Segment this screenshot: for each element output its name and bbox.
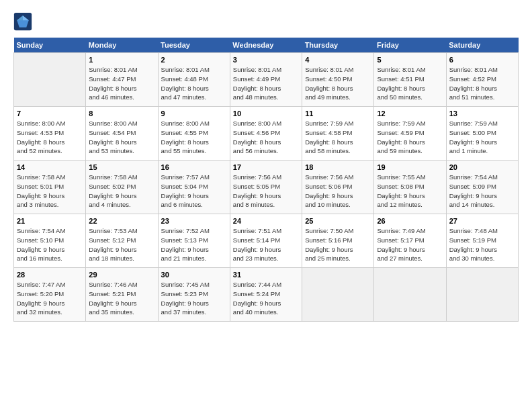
day-number: 20 (449, 163, 515, 171)
day-number: 5 (377, 56, 443, 64)
day-info: Sunrise: 7:59 AMSunset: 5:00 PMDaylight:… (449, 119, 515, 156)
header (13, 12, 519, 31)
calendar-cell: 1Sunrise: 8:01 AMSunset: 4:47 PMDaylight… (86, 53, 158, 107)
day-info: Sunrise: 7:48 AMSunset: 5:19 PMDaylight:… (449, 226, 515, 263)
calendar-cell: 2Sunrise: 8:01 AMSunset: 4:48 PMDaylight… (158, 53, 230, 107)
calendar-cell: 24Sunrise: 7:51 AMSunset: 5:14 PMDayligh… (230, 214, 302, 268)
calendar-cell (302, 268, 374, 322)
day-info: Sunrise: 8:01 AMSunset: 4:48 PMDaylight:… (161, 65, 227, 102)
day-number: 4 (305, 56, 371, 64)
day-number: 2 (161, 56, 227, 64)
day-info: Sunrise: 7:58 AMSunset: 5:01 PMDaylight:… (17, 173, 83, 210)
day-number: 21 (17, 217, 83, 225)
day-info: Sunrise: 7:44 AMSunset: 5:24 PMDaylight:… (233, 280, 299, 317)
day-number: 10 (233, 109, 299, 118)
day-info: Sunrise: 7:46 AMSunset: 5:21 PMDaylight:… (89, 280, 154, 317)
calendar-cell: 30Sunrise: 7:45 AMSunset: 5:23 PMDayligh… (158, 268, 230, 322)
calendar-week-row: 21Sunrise: 7:54 AMSunset: 5:10 PMDayligh… (14, 214, 519, 268)
day-info: Sunrise: 7:59 AMSunset: 4:58 PMDaylight:… (305, 119, 371, 156)
calendar-cell: 21Sunrise: 7:54 AMSunset: 5:10 PMDayligh… (14, 214, 86, 268)
calendar-cell: 5Sunrise: 8:01 AMSunset: 4:51 PMDaylight… (374, 53, 446, 107)
day-info: Sunrise: 8:01 AMSunset: 4:51 PMDaylight:… (377, 65, 443, 102)
calendar-week-row: 28Sunrise: 7:47 AMSunset: 5:20 PMDayligh… (14, 268, 519, 322)
day-info: Sunrise: 8:01 AMSunset: 4:49 PMDaylight:… (233, 65, 299, 102)
calendar-cell: 31Sunrise: 7:44 AMSunset: 5:24 PMDayligh… (230, 268, 302, 322)
header-day: Tuesday (158, 38, 230, 53)
day-info: Sunrise: 7:56 AMSunset: 5:05 PMDaylight:… (233, 173, 299, 210)
day-number: 16 (161, 163, 227, 171)
calendar-body: 1Sunrise: 8:01 AMSunset: 4:47 PMDaylight… (14, 53, 519, 322)
day-number: 30 (161, 271, 227, 279)
day-number: 3 (233, 56, 299, 64)
calendar-header: SundayMondayTuesdayWednesdayThursdayFrid… (14, 38, 519, 53)
calendar-cell: 10Sunrise: 8:00 AMSunset: 4:56 PMDayligh… (230, 107, 302, 161)
day-number: 14 (17, 163, 83, 171)
calendar-cell: 6Sunrise: 8:01 AMSunset: 4:52 PMDaylight… (446, 53, 518, 107)
header-day: Wednesday (230, 38, 302, 53)
calendar-cell: 3Sunrise: 8:01 AMSunset: 4:49 PMDaylight… (230, 53, 302, 107)
day-number: 24 (233, 217, 299, 225)
calendar-cell: 8Sunrise: 8:00 AMSunset: 4:54 PMDaylight… (86, 107, 158, 161)
day-info: Sunrise: 7:55 AMSunset: 5:08 PMDaylight:… (377, 173, 443, 210)
day-info: Sunrise: 8:00 AMSunset: 4:53 PMDaylight:… (17, 119, 83, 156)
day-number: 15 (89, 163, 154, 171)
calendar-cell: 13Sunrise: 7:59 AMSunset: 5:00 PMDayligh… (446, 107, 518, 161)
calendar-cell: 29Sunrise: 7:46 AMSunset: 5:21 PMDayligh… (86, 268, 158, 322)
calendar-cell: 17Sunrise: 7:56 AMSunset: 5:05 PMDayligh… (230, 161, 302, 214)
day-info: Sunrise: 8:01 AMSunset: 4:50 PMDaylight:… (305, 65, 371, 102)
day-info: Sunrise: 7:58 AMSunset: 5:02 PMDaylight:… (89, 173, 154, 210)
calendar-cell: 9Sunrise: 8:00 AMSunset: 4:55 PMDaylight… (158, 107, 230, 161)
day-number: 6 (449, 56, 515, 64)
header-day: Sunday (14, 38, 86, 53)
day-number: 7 (17, 109, 83, 118)
calendar-cell: 14Sunrise: 7:58 AMSunset: 5:01 PMDayligh… (14, 161, 86, 214)
day-info: Sunrise: 7:51 AMSunset: 5:14 PMDaylight:… (233, 226, 299, 263)
day-number: 23 (161, 217, 227, 225)
day-info: Sunrise: 7:50 AMSunset: 5:16 PMDaylight:… (305, 226, 371, 263)
day-info: Sunrise: 7:45 AMSunset: 5:23 PMDaylight:… (161, 280, 227, 317)
day-number: 1 (89, 56, 154, 64)
day-info: Sunrise: 8:00 AMSunset: 4:55 PMDaylight:… (161, 119, 227, 156)
day-info: Sunrise: 7:49 AMSunset: 5:17 PMDaylight:… (377, 226, 443, 263)
page: SundayMondayTuesdayWednesdayThursdayFrid… (0, 0, 532, 411)
calendar-cell: 12Sunrise: 7:59 AMSunset: 4:59 PMDayligh… (374, 107, 446, 161)
day-info: Sunrise: 7:54 AMSunset: 5:10 PMDaylight:… (17, 226, 83, 263)
day-number: 31 (233, 271, 299, 279)
day-number: 17 (233, 163, 299, 171)
calendar-cell: 23Sunrise: 7:52 AMSunset: 5:13 PMDayligh… (158, 214, 230, 268)
calendar-table: SundayMondayTuesdayWednesdayThursdayFrid… (13, 38, 519, 322)
header-row: SundayMondayTuesdayWednesdayThursdayFrid… (14, 38, 519, 53)
day-info: Sunrise: 7:56 AMSunset: 5:06 PMDaylight:… (305, 173, 371, 210)
day-number: 11 (305, 109, 371, 118)
logo (13, 12, 35, 31)
day-info: Sunrise: 7:53 AMSunset: 5:12 PMDaylight:… (89, 226, 154, 263)
header-day: Thursday (302, 38, 374, 53)
day-info: Sunrise: 8:01 AMSunset: 4:52 PMDaylight:… (449, 65, 515, 102)
day-number: 13 (449, 109, 515, 118)
calendar-cell: 26Sunrise: 7:49 AMSunset: 5:17 PMDayligh… (374, 214, 446, 268)
day-number: 12 (377, 109, 443, 118)
calendar-week-row: 1Sunrise: 8:01 AMSunset: 4:47 PMDaylight… (14, 53, 519, 107)
calendar-cell: 11Sunrise: 7:59 AMSunset: 4:58 PMDayligh… (302, 107, 374, 161)
day-number: 25 (305, 217, 371, 225)
calendar-cell (374, 268, 446, 322)
calendar-cell: 15Sunrise: 7:58 AMSunset: 5:02 PMDayligh… (86, 161, 158, 214)
day-info: Sunrise: 8:00 AMSunset: 4:56 PMDaylight:… (233, 119, 299, 156)
calendar-cell: 7Sunrise: 8:00 AMSunset: 4:53 PMDaylight… (14, 107, 86, 161)
calendar-cell: 27Sunrise: 7:48 AMSunset: 5:19 PMDayligh… (446, 214, 518, 268)
calendar-cell (14, 53, 86, 107)
calendar-cell: 4Sunrise: 8:01 AMSunset: 4:50 PMDaylight… (302, 53, 374, 107)
day-number: 27 (449, 217, 515, 225)
day-info: Sunrise: 7:54 AMSunset: 5:09 PMDaylight:… (449, 173, 515, 210)
day-info: Sunrise: 7:52 AMSunset: 5:13 PMDaylight:… (161, 226, 227, 263)
day-number: 29 (89, 271, 154, 279)
day-number: 26 (377, 217, 443, 225)
day-number: 18 (305, 163, 371, 171)
calendar-week-row: 7Sunrise: 8:00 AMSunset: 4:53 PMDaylight… (14, 107, 519, 161)
day-number: 19 (377, 163, 443, 171)
calendar-cell: 22Sunrise: 7:53 AMSunset: 5:12 PMDayligh… (86, 214, 158, 268)
day-info: Sunrise: 8:01 AMSunset: 4:47 PMDaylight:… (89, 65, 154, 102)
calendar-cell: 19Sunrise: 7:55 AMSunset: 5:08 PMDayligh… (374, 161, 446, 214)
calendar-cell (446, 268, 518, 322)
calendar-cell: 18Sunrise: 7:56 AMSunset: 5:06 PMDayligh… (302, 161, 374, 214)
